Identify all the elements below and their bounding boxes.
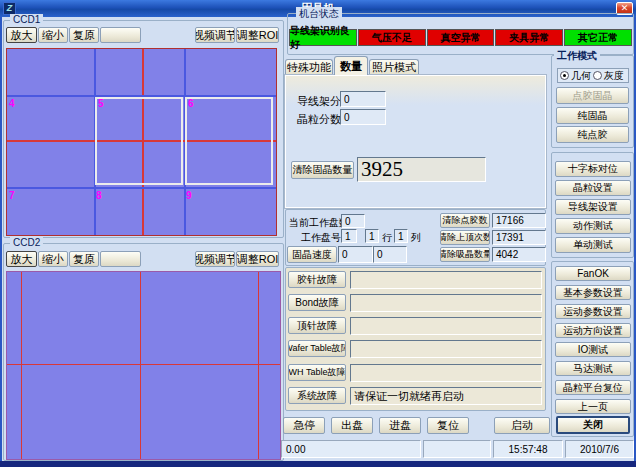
status-indicator-row: 导线架识别良好 气压不足 真空异常 夹具异常 其它正常 xyxy=(289,29,632,46)
tray-no-label: 工作盘号: xyxy=(301,231,344,245)
ejector-pin-fault-button[interactable]: 顶针故障 xyxy=(288,317,346,334)
col-field[interactable]: 1 xyxy=(394,229,408,243)
ccd2-zoom-out-button[interactable]: 缩小 xyxy=(38,251,68,267)
grid-cell-number: 7 xyxy=(9,190,15,201)
wh-table-fault-button[interactable]: WH Table故障 xyxy=(288,364,346,381)
statusbar-empty xyxy=(423,440,491,458)
pushup-count-field[interactable]: 17391 xyxy=(492,230,546,245)
tray-no-field[interactable]: 1 xyxy=(341,229,357,243)
clear-pickup-count-button[interactable]: 清除吸晶数量 xyxy=(440,247,490,262)
ccd1-label: CCD1 xyxy=(10,14,43,25)
bond-fault-button[interactable]: Bond故障 xyxy=(288,294,346,311)
crosshair-vertical xyxy=(258,272,259,459)
ccd1-video-adjust-button[interactable]: 视频调节 xyxy=(195,27,235,43)
grid-cell-number: 5 xyxy=(98,98,104,109)
fanok-button[interactable]: FanOK xyxy=(555,266,631,281)
status-indicator-fixture: 夹具异常 xyxy=(495,29,563,46)
status-indicator-others-ok: 其它正常 xyxy=(564,29,632,46)
work-mode-radio-panel: 几何 灰度 xyxy=(557,68,629,83)
leadframe-count-field[interactable]: 0 xyxy=(340,91,386,107)
pickup-count-field[interactable]: 4042 xyxy=(492,247,546,262)
grid-cell-number: 6 xyxy=(188,98,194,109)
glue-needle-fault-button[interactable]: 胶针故障 xyxy=(288,271,346,288)
die-count-label: 晶粒分数 xyxy=(297,112,341,127)
row-label: 行 xyxy=(382,231,392,245)
emergency-stop-button[interactable]: 急停 xyxy=(283,417,325,434)
window-border-left xyxy=(0,17,2,461)
statusbar-value: 0.00 xyxy=(281,440,421,458)
col-label: 列 xyxy=(411,231,421,245)
io-test-button[interactable]: IO测试 xyxy=(555,342,631,357)
die-bonder-window: Z 固晶机 ✕ CCD1 放大 缩小 复原 视频调节 调整ROI 4 5 6 7… xyxy=(0,0,636,467)
tray-out-button[interactable]: 出盘 xyxy=(331,417,373,434)
basic-params-button[interactable]: 基本参数设置 xyxy=(555,285,631,300)
clear-pushup-count-button[interactable]: 清除上顶次数 xyxy=(440,230,490,245)
grid-cell-number: 9 xyxy=(186,190,192,201)
motion-direction-button[interactable]: 运动方向设置 xyxy=(555,323,631,338)
bond-count-display: 3925 xyxy=(357,157,486,182)
statusbar-time: 15:57:48 xyxy=(493,440,563,458)
previous-page-button[interactable]: 上一页 xyxy=(555,399,631,414)
crosshair-vertical xyxy=(140,272,141,459)
cross-mark-align-button[interactable]: 十字标对位 xyxy=(555,161,631,177)
roi-rectangle xyxy=(185,97,273,185)
current-tray-field[interactable]: 0 xyxy=(341,214,365,228)
ccd1-zoom-in-button[interactable]: 放大 xyxy=(6,27,37,43)
tab-photo-mode[interactable]: 照片模式 xyxy=(369,59,419,75)
ccd2-video-area[interactable] xyxy=(6,271,281,460)
grayscale-radio[interactable] xyxy=(593,71,602,80)
ccd2-zoom-in-button[interactable]: 放大 xyxy=(6,251,37,267)
work-mode-label: 工作模式 xyxy=(554,49,600,63)
crosshair-horizontal xyxy=(7,364,280,365)
die-settings-button[interactable]: 晶粒设置 xyxy=(555,180,631,196)
grayscale-radio-label: 灰度 xyxy=(604,69,624,83)
wh-table-fault-message xyxy=(350,364,542,382)
ccd1-blank-button[interactable] xyxy=(100,27,141,43)
ccd1-zoom-out-button[interactable]: 缩小 xyxy=(38,27,68,43)
dispense-count-field[interactable]: 17166 xyxy=(492,213,546,228)
status-indicator-leadframe-ok: 导线架识别良好 xyxy=(289,29,357,46)
start-button[interactable]: 启动 xyxy=(494,417,550,434)
action-test-button[interactable]: 动作测试 xyxy=(555,218,631,234)
clear-dispense-count-button[interactable]: 清除点胶数 xyxy=(440,213,490,228)
wafer-table-fault-button[interactable]: Wafer Table故障 xyxy=(288,340,346,357)
close-page-button[interactable]: 关闭 xyxy=(556,416,630,434)
status-indicator-air-pressure: 气压不足 xyxy=(358,29,426,46)
leadframe-settings-button[interactable]: 导线架设置 xyxy=(555,199,631,215)
roi-rectangle xyxy=(95,97,183,185)
system-fault-button[interactable]: 系统故障 xyxy=(288,387,346,404)
bond-only-mode-button[interactable]: 纯固晶 xyxy=(556,107,629,124)
status-indicator-vacuum: 真空异常 xyxy=(427,29,495,46)
ejector-pin-fault-message xyxy=(350,317,542,335)
ccd2-video-adjust-button[interactable]: 视频调节 xyxy=(195,251,235,267)
speed-field-2[interactable]: 0 xyxy=(373,246,407,263)
tray-in-button[interactable]: 进盘 xyxy=(379,417,421,434)
die-count-field[interactable]: 0 xyxy=(340,109,386,125)
ccd2-adjust-roi-button[interactable]: 调整ROI xyxy=(236,251,279,267)
grid-line xyxy=(7,187,276,189)
tab-quantity[interactable]: 数量 xyxy=(334,56,368,75)
reset-button[interactable]: 复位 xyxy=(427,417,469,434)
crosshair-vertical xyxy=(21,272,22,459)
ccd2-restore-button[interactable]: 复原 xyxy=(69,251,99,267)
ccd1-adjust-roi-button[interactable]: 调整ROI xyxy=(236,27,279,43)
grid-cell-number: 8 xyxy=(96,190,102,201)
ccd2-label: CCD2 xyxy=(10,237,43,248)
ccd2-blank-button[interactable] xyxy=(100,251,141,267)
ccd1-video-area[interactable]: 4 5 6 7 8 9 xyxy=(6,48,277,236)
ccd1-restore-button[interactable]: 复原 xyxy=(69,27,99,43)
wafer-table-fault-message xyxy=(350,340,542,358)
single-action-test-button[interactable]: 单动测试 xyxy=(555,237,631,253)
dispense-only-mode-button[interactable]: 纯点胶 xyxy=(556,126,629,143)
geometry-radio-label: 几何 xyxy=(571,69,591,83)
tab-special-functions[interactable]: 特殊功能 xyxy=(285,59,333,75)
die-platform-reset-button[interactable]: 晶粒平台复位 xyxy=(555,380,631,395)
motion-params-button[interactable]: 运动参数设置 xyxy=(555,304,631,319)
glue-needle-fault-message xyxy=(350,271,542,289)
clear-bond-count-button[interactable]: 清除固晶数量 xyxy=(291,161,354,179)
motor-test-button[interactable]: 马达测试 xyxy=(555,361,631,376)
bond-speed-button[interactable]: 固晶速度 xyxy=(287,246,337,263)
row-field[interactable]: 1 xyxy=(365,229,379,243)
speed-field-1[interactable]: 0 xyxy=(338,246,373,263)
geometry-radio[interactable] xyxy=(560,71,569,80)
